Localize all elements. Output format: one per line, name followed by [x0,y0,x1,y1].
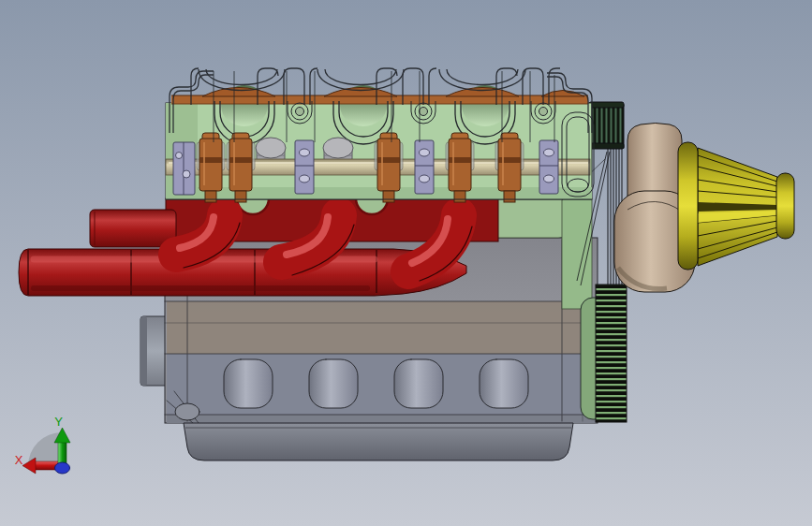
oil-pan[interactable] [184,423,573,460]
cad-viewport[interactable]: X Y [0,0,812,526]
z-axis-origin-dot[interactable] [55,462,70,474]
y-axis-label: Y [54,415,63,429]
filter-end-cap [776,173,794,239]
block-front-boss [175,403,199,420]
crank-gear[interactable] [596,285,627,422]
viewport-canvas[interactable]: X Y [0,0,812,526]
header-upper-pipe [90,210,176,247]
cam-pulley[interactable] [589,102,624,149]
front-bracket [173,142,195,195]
x-axis-label: X [15,453,23,467]
cylinder-head[interactable] [166,85,594,202]
filter-front-rim [678,142,698,270]
